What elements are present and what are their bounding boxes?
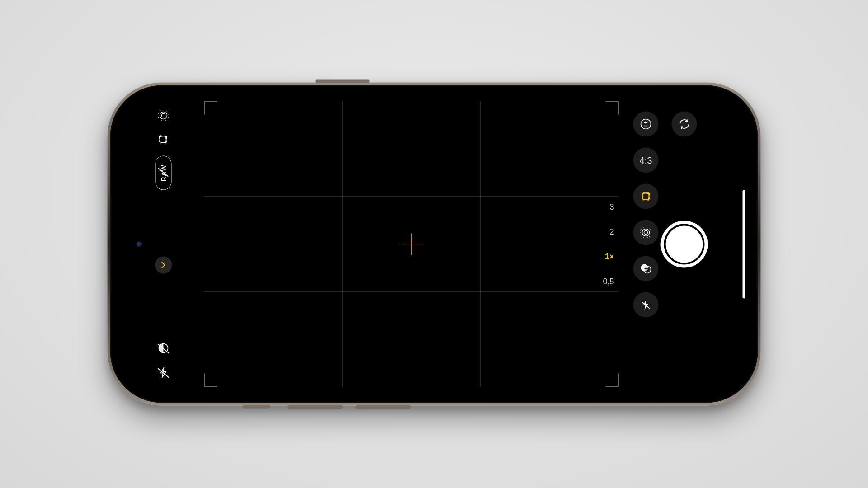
live-photo-toggle[interactable] xyxy=(155,107,172,124)
gridline xyxy=(204,291,619,292)
flash-toggle[interactable] xyxy=(155,364,172,381)
zoom-option[interactable]: 0,5 xyxy=(603,277,614,286)
photographic-style-button[interactable] xyxy=(633,184,659,209)
volume-down-button xyxy=(356,405,410,409)
shutter-column xyxy=(657,112,712,377)
left-toolbar: RAW xyxy=(150,107,177,381)
exposure-button[interactable] xyxy=(633,112,659,137)
frame-corner xyxy=(204,102,217,115)
flash-button[interactable] xyxy=(633,292,659,318)
zoom-selector[interactable]: 3 2 1× 0,5 xyxy=(603,202,614,286)
exposure-icon xyxy=(639,117,653,131)
svg-point-1 xyxy=(160,112,167,119)
viewfinder[interactable] xyxy=(204,102,619,387)
aspect-ratio-label: 4:3 xyxy=(640,155,652,165)
frame-corner xyxy=(606,374,619,387)
zoom-option-selected[interactable]: 1× xyxy=(605,252,614,261)
shutter-inner xyxy=(666,225,703,263)
tools-drawer-button[interactable] xyxy=(155,256,172,273)
aspect-ratio-button[interactable]: 4:3 xyxy=(633,148,659,173)
live-photo-tool-button[interactable] xyxy=(633,220,659,245)
stack-icon xyxy=(157,133,170,147)
svg-rect-4 xyxy=(159,136,166,143)
svg-point-9 xyxy=(644,231,648,235)
raw-label: RAW xyxy=(160,164,167,181)
chevron-right-icon xyxy=(160,261,168,269)
live-photo-icon xyxy=(157,109,170,122)
gridline xyxy=(480,102,481,387)
volume-up-button xyxy=(288,405,343,409)
gridline xyxy=(204,197,619,197)
filters-button[interactable] xyxy=(633,256,659,282)
mute-switch xyxy=(243,405,270,409)
gridline xyxy=(342,102,343,387)
photographic-style-toggle[interactable] xyxy=(155,131,172,149)
shutter-button[interactable] xyxy=(661,221,708,267)
zoom-option[interactable]: 2 xyxy=(609,227,614,236)
power-button xyxy=(316,80,370,83)
phone-body: 3 2 1× 0,5 xyxy=(110,85,758,403)
flash-off-icon xyxy=(640,299,652,311)
zoom-option[interactable]: 3 xyxy=(609,202,614,211)
svg-point-0 xyxy=(162,114,165,117)
flash-icon xyxy=(158,367,170,379)
raw-toggle[interactable]: RAW xyxy=(156,156,172,190)
night-mode-icon xyxy=(157,342,170,355)
level-crosshair-icon xyxy=(401,233,422,255)
switch-camera-button[interactable] xyxy=(672,112,697,137)
svg-point-10 xyxy=(642,229,650,236)
frame-corner xyxy=(606,102,619,115)
screen: 3 2 1× 0,5 xyxy=(114,89,755,399)
phone-frame: 3 2 1× 0,5 xyxy=(108,83,761,406)
home-indicator xyxy=(743,190,745,298)
frame-corner xyxy=(204,374,217,387)
stage: 3 2 1× 0,5 xyxy=(0,0,868,488)
front-camera-dot xyxy=(137,241,142,247)
night-mode-toggle[interactable] xyxy=(155,340,172,357)
right-toolbar: 4:3 xyxy=(632,112,660,377)
stack-icon xyxy=(639,190,653,203)
filters-icon xyxy=(639,262,653,276)
live-photo-icon xyxy=(639,226,653,239)
svg-rect-8 xyxy=(642,193,650,200)
switch-camera-icon xyxy=(678,117,691,131)
